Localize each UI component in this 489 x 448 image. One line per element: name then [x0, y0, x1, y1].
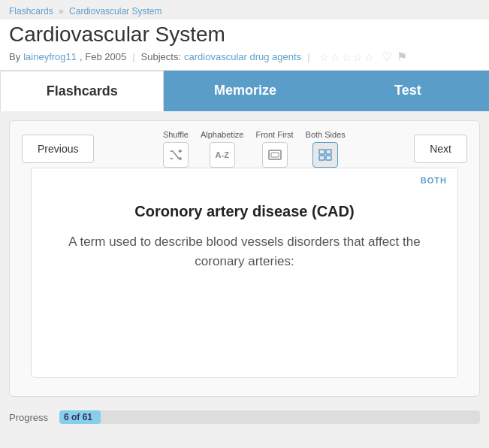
meta-prefix: By	[9, 51, 20, 62]
progress-label: Progress	[9, 412, 50, 423]
progress-text: 6 of 61	[64, 410, 92, 424]
breadcrumb-current: Cardiovascular System	[69, 6, 161, 17]
author-link[interactable]: laineyfrog11	[23, 51, 77, 62]
front-first-label: Front First	[255, 130, 293, 139]
svg-rect-2	[319, 150, 324, 154]
shuffle-icon[interactable]	[163, 142, 189, 168]
svg-rect-3	[326, 150, 331, 154]
subjects-label: Subjects:	[141, 51, 181, 62]
meta-sep: |	[132, 51, 134, 62]
heart-flag-icons: ♡ ⚑	[382, 50, 407, 64]
front-first-icon[interactable]	[262, 142, 288, 168]
svg-rect-5	[326, 156, 331, 160]
next-button[interactable]: Next	[414, 135, 467, 163]
card-area: BOTH Coronory artery disease (CAD) A ter…	[31, 168, 458, 378]
meta-sep2: |	[307, 51, 309, 62]
svg-rect-1	[271, 153, 279, 157]
front-first-control[interactable]: Front First	[255, 130, 293, 168]
svg-rect-4	[319, 156, 324, 160]
star-rating[interactable]: ☆ ☆ ☆ ☆ ☆	[319, 51, 374, 63]
tab-memorize[interactable]: Memorize	[164, 71, 326, 111]
flag-icon[interactable]: ⚑	[397, 50, 407, 64]
progress-row: Progress 6 of 61	[0, 406, 489, 433]
meta-row: By laineyfrog11 , Feb 2005 | Subjects: c…	[9, 50, 480, 64]
previous-button[interactable]: Previous	[22, 135, 94, 163]
alphabetize-icon[interactable]: A-Z	[210, 142, 235, 168]
breadcrumb-separator: »	[59, 6, 64, 17]
controls-row: Previous Shuffle Alphabetize A-Z Front F…	[22, 130, 467, 168]
breadcrumb-home-link[interactable]: Flashcards	[9, 6, 53, 17]
both-label: BOTH	[421, 176, 447, 185]
star-4[interactable]: ☆	[353, 51, 363, 63]
heart-icon[interactable]: ♡	[382, 50, 392, 64]
star-3[interactable]: ☆	[342, 51, 352, 63]
title-area: Cardiovascular System By laineyfrog11 , …	[0, 20, 489, 71]
subject-link[interactable]: cardiovascular drug agents	[184, 51, 301, 62]
shuffle-control[interactable]: Shuffle	[163, 130, 189, 168]
tab-test[interactable]: Test	[327, 71, 489, 111]
tab-bar: Flashcards Memorize Test	[0, 71, 489, 111]
progress-bar: 6 of 61	[59, 410, 480, 424]
both-sides-icon[interactable]	[312, 142, 338, 168]
tab-flashcards[interactable]: Flashcards	[0, 71, 164, 111]
star-5[interactable]: ☆	[364, 51, 374, 63]
page-title: Cardiovascular System	[9, 23, 480, 47]
breadcrumb: Flashcards » Cardiovascular System	[0, 0, 489, 20]
card-content: Coronory artery disease (CAD) A term use…	[44, 180, 445, 286]
both-sides-label: Both Sides	[306, 130, 346, 139]
star-1[interactable]: ☆	[319, 51, 329, 63]
star-2[interactable]: ☆	[331, 51, 340, 63]
shuffle-label: Shuffle	[163, 130, 189, 139]
card-title: Coronory artery disease (CAD)	[59, 203, 430, 220]
alphabetize-control[interactable]: Alphabetize A-Z	[201, 130, 244, 168]
card-body: A term used to describe blood vessels di…	[59, 232, 430, 271]
svg-rect-0	[269, 150, 281, 159]
both-sides-control[interactable]: Both Sides	[306, 130, 346, 168]
controls-wrapper: Previous Shuffle Alphabetize A-Z Front F…	[9, 120, 480, 397]
meta-date: , Feb 2005	[80, 51, 126, 62]
alphabetize-label: Alphabetize	[201, 130, 244, 139]
control-group: Shuffle Alphabetize A-Z Front First	[163, 130, 346, 168]
